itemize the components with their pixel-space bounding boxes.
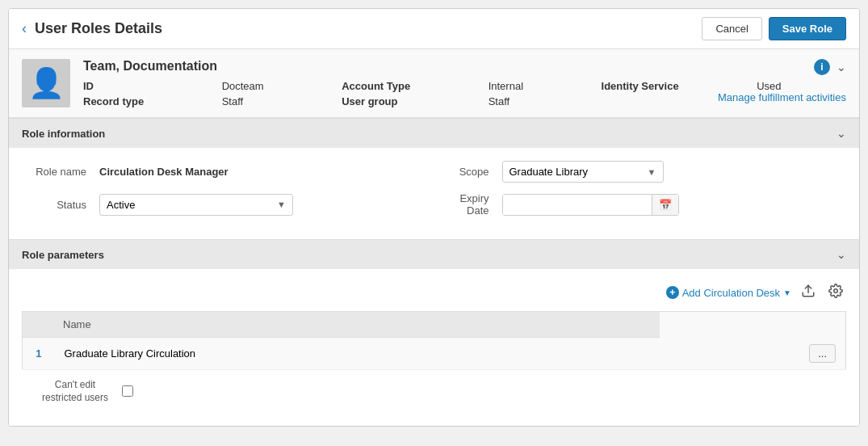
user-avatar-icon: 👤	[28, 66, 65, 100]
add-desk-label: Add Circulation Desk	[682, 287, 780, 299]
role-info-collapse-icon: ⌄	[837, 127, 846, 140]
page-title: User Roles Details	[35, 20, 162, 37]
export-button[interactable]	[798, 282, 819, 303]
back-button[interactable]: ‹	[22, 20, 27, 37]
role-info-section: Role information ⌄ Role name Circulation…	[9, 118, 859, 239]
row-actions-button[interactable]: ...	[809, 344, 836, 363]
scope-value: Graduate Library	[509, 166, 589, 178]
user-group-label: User group	[342, 95, 476, 107]
add-circulation-desk-button[interactable]: + Add Circulation Desk ▼	[666, 286, 791, 299]
avatar: 👤	[22, 59, 70, 107]
account-type-value: Internal	[489, 80, 589, 92]
id-label: ID	[83, 80, 209, 92]
save-role-button[interactable]: Save Role	[769, 17, 846, 40]
scope-label: Scope	[441, 166, 489, 178]
record-type-label: Record type	[83, 95, 209, 107]
cant-edit-checkbox[interactable]	[122, 385, 133, 397]
row-actions-cell: ...	[660, 338, 845, 370]
user-info-section: 👤 Team, Documentation ID Docteam Account…	[9, 49, 859, 118]
role-name-label: Role name	[22, 166, 86, 178]
plus-icon: +	[666, 286, 679, 299]
role-info-title: Role information	[22, 128, 105, 140]
row-number: 1	[23, 338, 55, 370]
settings-button[interactable]	[825, 282, 846, 303]
role-info-header[interactable]: Role information ⌄	[9, 119, 859, 148]
user-group-value: Staff	[489, 95, 589, 107]
params-table: Name 1 Graduate Library Circulation ...	[22, 311, 846, 370]
user-section-actions: i ⌄ Manage fulfillment activities	[718, 59, 846, 103]
role-params-section: Role parameters ⌄ + Add Circulation Desk…	[9, 239, 859, 426]
cancel-button[interactable]: Cancel	[702, 17, 761, 40]
svg-point-1	[834, 289, 838, 293]
role-params-header[interactable]: Role parameters ⌄	[9, 240, 859, 269]
expiry-date-input[interactable]	[503, 195, 652, 215]
cant-edit-label: Can't edit restricted users	[35, 378, 115, 406]
account-type-label: Account Type	[342, 80, 476, 92]
status-value: Active	[107, 199, 135, 211]
scope-dropdown[interactable]: Graduate Library ▼	[502, 161, 664, 183]
calendar-icon[interactable]: 📅	[652, 195, 678, 215]
record-type-value: Staff	[222, 95, 329, 107]
add-desk-arrow-icon: ▼	[783, 288, 791, 297]
role-info-content: Role name Circulation Desk Manager Scope…	[9, 148, 859, 239]
role-params-collapse-icon: ⌄	[837, 248, 846, 261]
scope-arrow-icon: ▼	[648, 167, 656, 177]
header-actions: Cancel Save Role	[702, 17, 846, 40]
expiry-date-field: 📅	[502, 194, 679, 216]
role-params-title: Role parameters	[22, 249, 104, 261]
footer-row: Can't edit restricted users	[22, 370, 846, 414]
manage-fulfillment-link[interactable]: Manage fulfillment activities	[718, 91, 846, 103]
info-icon[interactable]: i	[814, 59, 830, 75]
collapse-user-icon[interactable]: ⌄	[837, 61, 846, 74]
status-label: Status	[22, 199, 86, 211]
desk-name: Graduate Library Circulation	[55, 338, 660, 370]
table-row: 1 Graduate Library Circulation ...	[23, 338, 846, 370]
status-dropdown[interactable]: Active ▼	[99, 194, 293, 216]
header-bar: ‹ User Roles Details Cancel Save Role	[9, 9, 859, 49]
role-params-content: + Add Circulation Desk ▼	[9, 269, 859, 426]
params-toolbar: + Add Circulation Desk ▼	[22, 282, 846, 303]
table-col-name: Name	[23, 312, 660, 338]
status-arrow-icon: ▼	[277, 200, 286, 209]
expiry-date-label: Expiry Date	[441, 192, 489, 217]
role-name-value: Circulation Desk Manager	[99, 166, 229, 178]
id-value: Docteam	[222, 80, 329, 92]
